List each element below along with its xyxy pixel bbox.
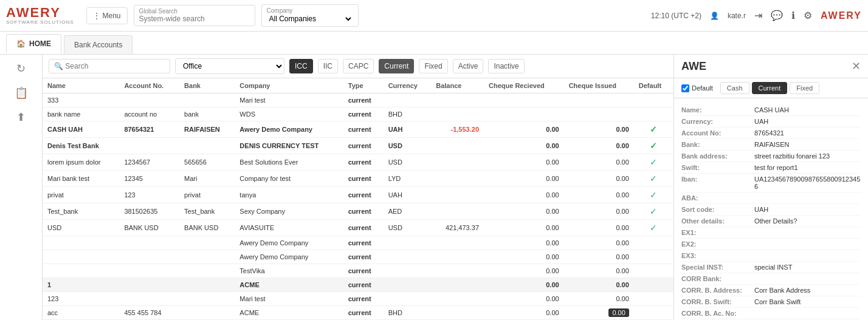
table-row[interactable]: CASH UAH 87654321 RAIFAISEN Awery Demo C… — [43, 121, 673, 138]
search-input[interactable] — [49, 59, 170, 73]
cell-bank: Test_bank — [179, 203, 235, 220]
panel-field-bank: Bank: RAIFAISEN — [681, 139, 861, 151]
cell-cheque-issued: 0.00 — [564, 121, 634, 138]
sub-tab-current[interactable]: Current — [752, 82, 788, 94]
filter-active[interactable]: Active — [453, 59, 484, 73]
sub-tab-cash[interactable]: Cash — [720, 82, 749, 94]
document-icon[interactable]: 📋 — [12, 84, 30, 102]
company-select-container: Company All Companies — [261, 4, 359, 27]
table-row[interactable]: Denis Test Bank DENIS CURRENCY TEST curr… — [43, 138, 673, 154]
panel-field-ex1: EX1: — [681, 227, 861, 239]
filter-current[interactable]: Current — [379, 59, 414, 73]
table-row[interactable]: lorem ipsum dolor 1234567 565656 Best So… — [43, 154, 673, 171]
table-row[interactable]: acc 455 455 784 ACME current BHD 0.00 0.… — [43, 306, 673, 320]
cell-balance — [431, 171, 484, 187]
cell-bank: bank — [179, 107, 235, 121]
default-check-icon: ✓ — [650, 190, 657, 200]
panel-field-aba: ABA: — [681, 192, 861, 204]
table-row[interactable]: Mari bank test 12345 Mari Company for te… — [43, 171, 673, 187]
global-search-label: Global Search — [139, 8, 250, 15]
filter-icc[interactable]: ICC — [289, 59, 313, 73]
cell-name: 333 — [43, 94, 119, 107]
cell-cheque-received: 0.00 — [484, 171, 564, 187]
company-select[interactable]: All Companies — [267, 14, 353, 24]
table-row[interactable]: Awery Demo Company current 0.00 0.00 — [43, 250, 673, 264]
chat-icon[interactable]: 💬 — [771, 10, 783, 21]
right-panel: AWE ✕ Default Cash Current Fixed Name: C… — [673, 55, 868, 320]
panel-sub-tabs: Default Cash Current Fixed — [674, 78, 868, 98]
cell-cheque-issued: 0.00 — [564, 264, 634, 278]
table-row[interactable]: 333 Mari test current — [43, 94, 673, 107]
cell-default — [634, 236, 673, 250]
default-checkbox-label: Default — [692, 84, 713, 92]
cell-cheque-issued: 0.00 — [564, 171, 634, 187]
cell-company: tanya — [235, 187, 343, 203]
cell-cheque-received: 0.00 — [484, 278, 564, 292]
cell-type: current — [343, 138, 384, 154]
tab-home[interactable]: 🏠 HOME — [6, 34, 61, 54]
cell-name — [43, 250, 119, 264]
home-icon: 🏠 — [16, 39, 26, 48]
filter-fixed[interactable]: Fixed — [419, 59, 447, 73]
cell-default — [634, 292, 673, 306]
cell-type: current — [343, 94, 384, 107]
cell-company: Awery Demo Company — [235, 236, 343, 250]
table-row[interactable]: Awery Demo Company current 0.00 0.00 — [43, 236, 673, 250]
settings-icon[interactable]: ⚙ — [804, 10, 812, 21]
cell-cheque-received — [484, 94, 564, 107]
cell-currency: UAH — [384, 187, 432, 203]
table-row[interactable]: USD BANK USD BANK USD AVIASUITE current … — [43, 220, 673, 236]
cell-company: ACME — [235, 306, 343, 320]
tab-home-label: HOME — [29, 39, 51, 48]
table-row-group[interactable]: 1 ACME current 0.00 0.00 — [43, 278, 673, 292]
awery-logo-right: AWERY — [821, 10, 862, 21]
col-balance: Balance — [431, 78, 484, 94]
filter-capc[interactable]: CAPC — [343, 59, 374, 73]
logo: AWERY SOFTWARE SOLUTIONS — [6, 6, 74, 25]
cell-cheque-received: 0.00 — [484, 292, 564, 306]
col-default: Default — [634, 78, 673, 94]
cell-account-no: 123 — [119, 187, 179, 203]
default-check-icon: ✓ — [650, 174, 657, 183]
cell-balance — [431, 107, 484, 121]
cell-type: current — [343, 292, 384, 306]
cell-company: Best Solutions Ever — [235, 154, 343, 171]
info-icon[interactable]: ℹ — [791, 10, 795, 21]
table-row[interactable]: privat 123 privat tanya current UAH 0.00… — [43, 187, 673, 203]
cell-currency: BHD — [384, 306, 432, 320]
table-row[interactable]: bank name account no bank WDS current BH… — [43, 107, 673, 121]
menu-button[interactable]: ⋮ Menu — [86, 7, 128, 24]
panel-field-ex3: EX3: — [681, 250, 861, 262]
cheque-badge: 0.00 — [608, 308, 629, 317]
bank-accounts-table: Name Account No. Bank Company Type Curre… — [43, 78, 673, 320]
filter-iic[interactable]: IIC — [318, 59, 338, 73]
tab-bank-accounts[interactable]: Bank Accounts — [64, 35, 133, 54]
cell-cheque-issued: 0.00 — [564, 138, 634, 154]
cell-default — [634, 264, 673, 278]
default-check-icon: ✓ — [650, 206, 657, 216]
refresh-icon[interactable]: ↻ — [14, 60, 28, 78]
cell-default: ✓ — [634, 171, 673, 187]
default-checkbox[interactable] — [681, 84, 689, 92]
office-select[interactable]: Office — [175, 58, 284, 74]
cell-type: current — [343, 220, 384, 236]
global-search-input[interactable] — [139, 15, 250, 23]
table-row[interactable]: 123 Mari test current 0.00 0.00 — [43, 292, 673, 306]
panel-field-name: Name: CASH UAH — [681, 104, 861, 116]
logout-icon[interactable]: ⇥ — [754, 10, 762, 21]
cell-default: ✓ — [634, 187, 673, 203]
cell-currency: LYD — [384, 171, 432, 187]
table-row[interactable]: Test_bank 381502635 Test_bank Sexy Compa… — [43, 203, 673, 220]
col-account-no: Account No. — [119, 78, 179, 94]
cell-cheque-received: 0.00 — [484, 306, 564, 320]
cell-currency — [384, 250, 432, 264]
tab-bank-accounts-label: Bank Accounts — [74, 41, 122, 49]
upload-icon[interactable]: ⬆ — [14, 108, 28, 126]
cell-name: acc — [43, 306, 119, 320]
table-row[interactable]: TestVika current 0.00 0.00 — [43, 264, 673, 278]
cell-default — [634, 250, 673, 264]
filter-inactive[interactable]: Inactive — [488, 59, 524, 73]
cell-account-no — [119, 138, 179, 154]
close-panel-button[interactable]: ✕ — [852, 60, 861, 73]
sub-tab-fixed[interactable]: Fixed — [790, 82, 819, 94]
